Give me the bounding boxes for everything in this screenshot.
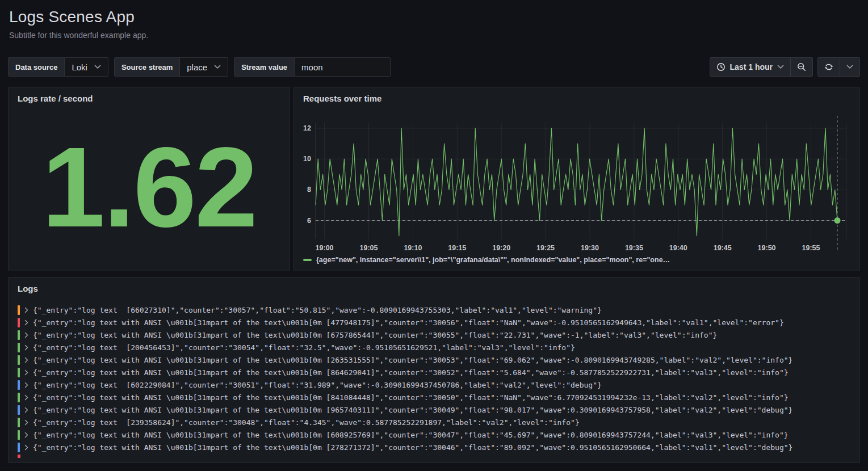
chevron-down-icon <box>214 65 221 69</box>
svg-text:19:05: 19:05 <box>360 244 378 252</box>
chevron-right-icon <box>24 307 28 313</box>
log-row[interactable]: {"_entry":"log text with ANSI \u001b[31m… <box>18 391 854 403</box>
log-line-text: {"_entry":"log text with ANSI \u001b[31m… <box>33 393 789 402</box>
log-level-bar <box>18 430 20 440</box>
chevron-right-icon <box>24 394 28 401</box>
stream-value-label: Stream value <box>234 58 295 76</box>
log-line-text: {"_entry":"log text [602229084]","counte… <box>33 381 602 389</box>
chevron-right-icon <box>24 432 28 438</box>
log-row[interactable]: {"_entry":"log text with ANSI \u001b[31m… <box>18 329 854 341</box>
svg-text:8: 8 <box>307 186 311 194</box>
log-line-text: {"_entry":"log text with ANSI \u001b[31m… <box>33 331 717 339</box>
log-rows: {"_entry":"log text [66027310]","counter… <box>18 304 854 453</box>
datasource-select[interactable]: Loki <box>65 58 108 76</box>
svg-text:19:20: 19:20 <box>492 244 510 252</box>
svg-text:19:45: 19:45 <box>714 244 732 252</box>
log-level-bar <box>18 355 20 365</box>
log-line-text: {"_entry":"log text with ANSI \u001b[31m… <box>33 356 792 364</box>
log-row[interactable]: {"_entry":"log text [239358624]","counte… <box>18 416 854 428</box>
page-title: Logs Scenes App <box>9 8 148 26</box>
chevron-down-icon <box>777 65 784 69</box>
log-line-text: {"_entry":"log text with ANSI \u001b[31m… <box>33 368 789 377</box>
chevron-right-icon <box>24 369 28 376</box>
svg-text:6: 6 <box>307 217 311 225</box>
svg-text:19:40: 19:40 <box>669 244 687 252</box>
log-row[interactable]: {"_entry":"log text [602229084]","counte… <box>18 379 854 391</box>
svg-text:10: 10 <box>303 155 311 163</box>
svg-text:19:10: 19:10 <box>404 244 422 252</box>
log-level-bar <box>18 343 20 352</box>
log-level-bar <box>18 393 20 402</box>
log-row-partial <box>18 455 20 458</box>
panel-title-logs-rate[interactable]: Logs rate / second <box>9 87 290 109</box>
svg-text:19:25: 19:25 <box>536 244 555 252</box>
page-header: Logs Scenes App Subtitle for this wonder… <box>9 8 148 40</box>
stream-value-input[interactable] <box>295 58 390 76</box>
log-line-text: {"_entry":"log text [200456453]","counte… <box>33 343 575 352</box>
log-row[interactable]: {"_entry":"log text [66027310]","counter… <box>18 304 854 316</box>
source-stream-field: Source stream place <box>114 57 228 77</box>
log-line-text: {"_entry":"log text with ANSI \u001b[31m… <box>33 406 792 414</box>
svg-text:19:15: 19:15 <box>448 244 466 252</box>
svg-text:19:30: 19:30 <box>581 244 599 252</box>
legend-series-swatch <box>303 259 312 261</box>
zoom-out-button[interactable] <box>790 58 812 76</box>
chevron-down-icon <box>846 65 853 69</box>
log-level-bar <box>18 380 20 390</box>
time-controls: Last 1 hour <box>710 57 860 77</box>
datasource-field: Data source Loki <box>8 57 108 77</box>
log-line-text: {"_entry":"log text with ANSI \u001b[31m… <box>33 431 789 439</box>
log-level-bar <box>18 405 20 415</box>
log-row[interactable]: {"_entry":"log text with ANSI \u001b[31m… <box>18 354 854 366</box>
log-level-bar <box>18 318 20 327</box>
log-level-bar <box>18 443 20 452</box>
refresh-interval-button[interactable] <box>840 58 859 76</box>
legend-series-label: {age="new", instance="server\\1", job="\… <box>316 256 670 264</box>
log-row[interactable]: {"_entry":"log text [200456453]","counte… <box>18 341 854 354</box>
chevron-right-icon <box>24 382 28 388</box>
chevron-right-icon <box>24 407 28 413</box>
svg-text:19:50: 19:50 <box>758 244 776 252</box>
chevron-right-icon <box>24 344 28 351</box>
refresh-button[interactable] <box>818 58 840 76</box>
toolbar: Data source Loki Source stream place Str… <box>8 57 391 77</box>
time-picker-button[interactable]: Last 1 hour <box>710 58 790 76</box>
source-stream-label: Source stream <box>115 58 180 76</box>
log-row[interactable]: {"_entry":"log text with ANSI \u001b[31m… <box>18 316 854 329</box>
svg-text:19:00: 19:00 <box>316 244 334 252</box>
stat-value: 1.62 <box>9 109 290 265</box>
log-row[interactable]: {"_entry":"log text with ANSI \u001b[31m… <box>18 366 854 379</box>
svg-text:19:35: 19:35 <box>625 244 643 252</box>
log-line-text: {"_entry":"log text with ANSI \u001b[31m… <box>33 318 784 327</box>
log-line-text: {"_entry":"log text with ANSI \u001b[31m… <box>33 443 792 452</box>
magnifier-minus-icon <box>797 62 806 72</box>
log-line-text: {"_entry":"log text [239358624]","counte… <box>33 418 580 427</box>
refresh-icon <box>824 62 833 72</box>
refresh-group <box>817 57 860 77</box>
svg-text:12: 12 <box>303 124 311 132</box>
source-stream-select[interactable]: place <box>180 58 228 76</box>
panel-logs-rate: Logs rate / second 1.62 <box>8 87 290 271</box>
chevron-right-icon <box>24 357 28 363</box>
datasource-label: Data source <box>9 58 65 76</box>
legend-item[interactable]: {age="new", instance="server\\1", job="\… <box>303 256 670 264</box>
chevron-down-icon <box>94 65 101 69</box>
panel-title-requests[interactable]: Requests over time <box>294 87 859 109</box>
log-row[interactable]: {"_entry":"log text with ANSI \u001b[31m… <box>18 403 854 416</box>
clock-icon <box>716 62 726 72</box>
log-row[interactable]: {"_entry":"log text with ANSI \u001b[31m… <box>18 428 854 441</box>
page-subtitle: Subtitle for this wonderful example app. <box>9 31 148 40</box>
time-picker-group: Last 1 hour <box>710 57 813 77</box>
panel-requests-over-time: Requests over time 19:0019:0519:1019:151… <box>293 87 860 271</box>
datasource-value: Loki <box>72 62 87 72</box>
time-range-label: Last 1 hour <box>730 62 773 72</box>
log-line-text: {"_entry":"log text [66027310]","counter… <box>33 306 602 314</box>
log-level-bar <box>18 305 20 315</box>
chevron-right-icon <box>24 332 28 338</box>
panel-logs: Logs {"_entry":"log text [66027310]","co… <box>8 277 860 463</box>
svg-text:19:55: 19:55 <box>802 244 820 252</box>
timeseries-chart[interactable]: 19:0019:0519:1019:1519:2019:2519:3019:35… <box>297 112 857 254</box>
log-row[interactable]: {"_entry":"log text with ANSI \u001b[31m… <box>18 441 854 453</box>
panel-title-logs[interactable]: Logs <box>9 277 859 299</box>
chevron-right-icon <box>24 444 28 451</box>
